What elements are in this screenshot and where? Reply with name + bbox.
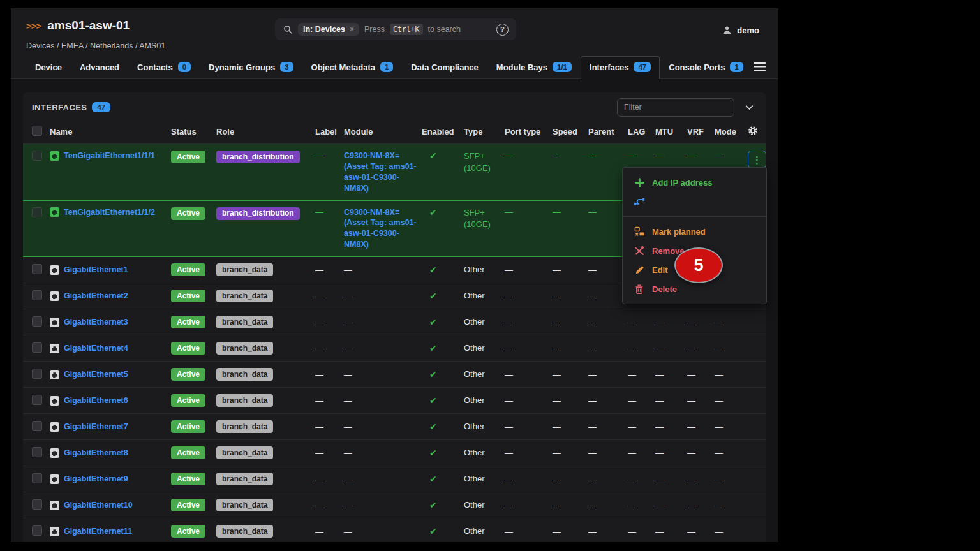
module-link[interactable]: C9300-NM-8X= (Asset Tag: ams01-asw-01-C9… [344,151,417,193]
planned-icon [634,226,645,237]
row-checkbox[interactable] [32,316,42,327]
column-header-status[interactable]: Status [171,122,216,144]
column-header-lag[interactable]: LAG [628,122,655,144]
lag-cell: — [628,518,655,543]
filter-expand-chevron-icon[interactable] [745,103,754,112]
column-header-label[interactable]: Label [315,122,344,144]
mtu-cell: — [655,492,687,518]
interface-name-link[interactable]: GigabitEthernet11 [64,526,132,537]
search-placeholder-suffix: to search [428,25,461,34]
row-checkbox[interactable] [32,151,42,161]
column-header-mtu[interactable]: MTU [655,122,687,144]
interface-name-link[interactable]: TenGigabitEthernet1/1/2 [64,207,155,218]
parent-cell: — [588,466,628,492]
tab-contacts[interactable]: Contacts 0 [128,56,200,79]
label-cell: — [315,283,344,309]
interface-name-link[interactable]: GigabitEthernet8 [64,448,128,459]
column-header-speed[interactable]: Speed [553,122,588,144]
search-kbd-shortcut: Ctrl+K [390,24,423,35]
speed-cell: — [553,362,588,388]
speed-cell: — [553,414,588,440]
help-icon[interactable]: ? [496,24,509,36]
parent-cell: — [588,440,628,466]
tab-label: Data Compliance [411,62,478,72]
interface-name-link[interactable]: GigabitEthernet6 [64,395,128,406]
interface-name-link[interactable]: GigabitEthernet3 [64,317,128,328]
interface-name-link[interactable]: GigabitEthernet7 [64,422,128,432]
enabled-check-icon: ✔ [429,151,437,161]
port-type-cell: — [505,200,553,257]
interface-icon [50,207,59,217]
tab-dynamic-groups[interactable]: Dynamic Groups 3 [200,56,302,79]
select-all-checkbox[interactable] [32,126,42,136]
tab-object-metadata[interactable]: Object Metadata 1 [302,56,403,79]
interface-name-link[interactable]: GigabitEthernet10 [64,500,133,511]
row-checkbox[interactable] [32,421,42,431]
row-checkbox[interactable] [32,342,42,353]
column-header-parent[interactable]: Parent [588,122,628,144]
column-header-enabled[interactable]: Enabled [422,122,464,144]
interface-name-link[interactable]: GigabitEthernet4 [64,343,128,354]
column-header-role[interactable]: Role [216,122,315,144]
interface-name-link[interactable]: GigabitEthernet9 [64,474,128,485]
row-checkbox[interactable] [32,290,42,300]
row-checkbox[interactable] [32,395,42,405]
plus-icon [634,178,645,187]
search-scope-chip[interactable]: in: Devices × [298,23,359,36]
global-search-input[interactable]: in: Devices × Press Ctrl+K to search ? [275,18,516,40]
row-checkbox[interactable] [32,473,42,483]
column-header-type[interactable]: Type [464,122,505,144]
row-checkbox[interactable] [32,525,42,536]
column-header-vrf[interactable]: VRF [687,122,715,144]
type-cell: Other [464,492,505,518]
user-icon [722,25,732,36]
parent-cell: — [588,362,628,388]
row-checkbox[interactable] [32,499,42,510]
row-checkbox[interactable] [32,264,42,274]
row-actions-button[interactable]: ⋮ [748,151,766,168]
interface-name-link[interactable]: GigabitEthernet5 [64,369,128,380]
type-cell: Other [464,283,505,309]
port-type-cell: — [505,466,553,492]
row-checkbox[interactable] [32,369,42,379]
interface-name-link[interactable]: GigabitEthernet1 [64,265,128,276]
status-badge: Active [171,420,205,433]
module-link[interactable]: C9300-NM-8X= (Asset Tag: ams01-asw-01-C9… [344,208,417,249]
menu-item-add-ip-address[interactable]: Add IP address [623,173,766,192]
filter-input[interactable] [617,98,734,117]
tab-module-bays[interactable]: Module Bays 1/1 [487,56,581,79]
speed-cell: — [553,309,588,335]
type-cell: Other [464,257,505,283]
tab-advanced[interactable]: Advanced [71,57,128,79]
vrf-cell: — [687,518,715,543]
interface-name-link[interactable]: TenGigabitEthernet1/1/1 [64,151,155,161]
tab-label: Object Metadata [311,62,375,72]
tab-label: Contacts [137,62,173,72]
column-header-port-type[interactable]: Port type [505,122,553,144]
column-header-mode[interactable]: Mode [715,122,748,144]
row-checkbox[interactable] [32,447,42,457]
enabled-check-icon: ✔ [429,395,437,406]
status-badge: Active [171,394,205,407]
menu-item-trace-cable[interactable] [623,192,766,211]
menu-item-label: Delete [652,284,677,294]
column-header-name[interactable]: Name [50,122,171,144]
port-type-cell: — [505,257,553,283]
tab-console-ports[interactable]: Console Ports 1 [660,56,752,79]
user-menu[interactable]: demo [722,25,759,36]
tab-device[interactable]: Device [26,57,71,79]
parent-cell: — [588,414,628,440]
column-header-module[interactable]: Module [344,122,422,144]
label-cell: — [315,335,344,362]
menu-item-mark-planned[interactable]: Mark planned [623,222,766,241]
tab-overflow-menu-icon[interactable] [752,62,767,79]
chip-close-icon[interactable]: × [350,25,354,34]
interface-name-link[interactable]: GigabitEthernet2 [64,291,128,302]
menu-item-label: Edit [652,265,668,275]
tab-data-compliance[interactable]: Data Compliance [402,57,487,79]
table-config-gear-icon[interactable] [748,122,766,144]
tab-interfaces[interactable]: Interfaces 47 [581,56,660,79]
row-checkbox[interactable] [32,207,42,217]
breadcrumb[interactable]: Devices / EMEA / Netherlands / AMS01 [26,41,165,50]
table-row: GigabitEthernet7 Active branch_data — — … [23,414,766,440]
